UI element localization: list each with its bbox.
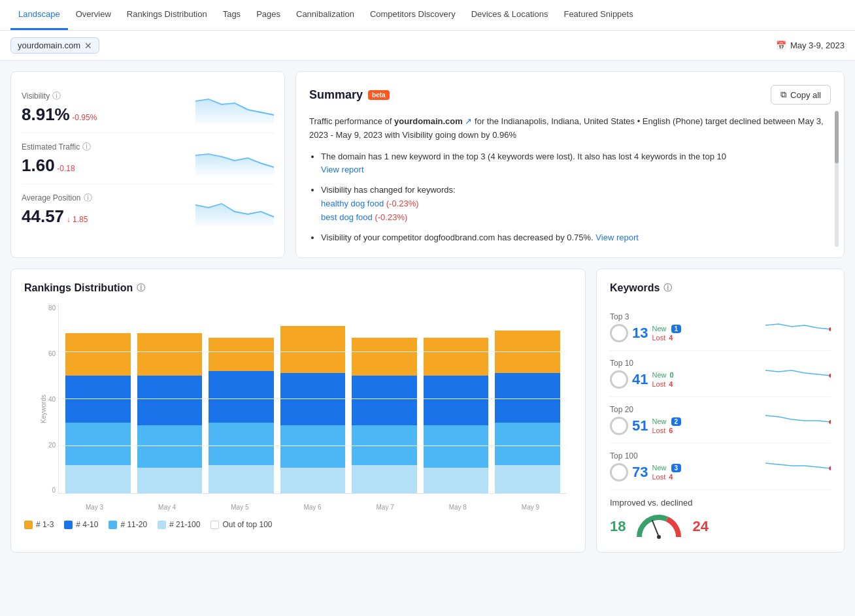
- traffic-sparkline: [195, 142, 274, 175]
- legend-1-3[interactable]: # 1-3: [24, 520, 54, 529]
- metric-visibility: Visibility ⓘ 8.91% -0.95%: [22, 82, 274, 133]
- chart-wrapper: Keywords 806040200: [24, 304, 572, 513]
- legend-color-4-10: [64, 521, 73, 529]
- nav-cannibalization[interactable]: Cannibalization: [288, 0, 362, 30]
- kw-top20-label: Top 20: [610, 405, 681, 414]
- beta-badge: beta: [368, 90, 390, 100]
- summary-panel: Summary beta ⧉ Copy all Traffic performa…: [295, 71, 845, 258]
- main-nav: Landscape Overview Rankings Distribution…: [0, 0, 855, 31]
- kw-row-top100: Top 100 73 New 3 Lost 4: [610, 444, 831, 490]
- nav-devices-locations[interactable]: Devices & Locations: [463, 0, 556, 30]
- rankings-title: Rankings Distribution ⓘ: [24, 282, 572, 294]
- kw-top20-lost: Lost 6: [652, 427, 681, 434]
- kw-top20-count-row: 51 New 2 Lost 6: [610, 417, 681, 435]
- metric-visibility-label: Visibility ⓘ: [22, 90, 97, 102]
- main-content: Visibility ⓘ 8.91% -0.95%: [0, 61, 855, 563]
- kw-top20-sparkline: [765, 410, 831, 430]
- bars-container: [58, 304, 567, 494]
- chart-legend: # 1-3 # 4-10 # 11-20 # 21-100 Out of top…: [24, 520, 572, 529]
- info-icon-3[interactable]: ⓘ: [84, 192, 92, 204]
- kw-top20-circle: [610, 417, 628, 435]
- metric-position-value: 44.57 ↓ 1.85: [22, 206, 92, 227]
- metric-traffic-info: Estimated Traffic ⓘ 1.60 -0.18: [22, 141, 91, 176]
- kw-top10-sparkline: [765, 364, 831, 383]
- kw-top20-new-lost: New 2 Lost 6: [652, 417, 681, 434]
- kw-top100-label: Top 100: [610, 451, 681, 461]
- kw-top10-new-lost: New 0 Lost 4: [652, 371, 673, 388]
- keywords-info-icon[interactable]: ⓘ: [663, 282, 672, 294]
- bar-may4: [137, 304, 203, 493]
- info-icon[interactable]: ⓘ: [52, 90, 61, 102]
- kw-top3-left: Top 3 13 New 1 Lost 4: [610, 312, 681, 342]
- nav-rankings-distribution[interactable]: Rankings Distribution: [119, 0, 215, 30]
- kw-top3-lost: Lost 4: [652, 334, 681, 342]
- kw-row-top10: Top 10 41 New 0 Lost 4: [610, 351, 831, 397]
- kw-top10-left: Top 10 41 New 0 Lost 4: [610, 359, 674, 389]
- bar-may3: [65, 304, 131, 493]
- kw-top100-count-row: 73 New 3 Lost 4: [610, 463, 681, 481]
- top-panels: Visibility ⓘ 8.91% -0.95%: [10, 71, 845, 258]
- nav-featured-snippets[interactable]: Featured Snippets: [556, 0, 641, 30]
- svg-point-5: [657, 535, 661, 539]
- view-report-link-1[interactable]: View report: [321, 165, 364, 174]
- legend-21-100[interactable]: # 21-100: [158, 520, 200, 529]
- svg-point-1: [829, 374, 831, 378]
- scroll-thumb: [835, 111, 839, 163]
- date-range-label: May 3-9, 2023: [790, 41, 845, 50]
- kw-top100-count: 73: [632, 464, 648, 481]
- bar-may5: [209, 304, 274, 493]
- legend-color-out: [210, 521, 219, 529]
- metric-position-info: Average Position ⓘ 44.57 ↓ 1.85: [22, 192, 92, 227]
- x-labels: May 3May 4May 5May 6May 7May 8May 9: [58, 504, 567, 511]
- legend-color-11-20: [109, 521, 117, 529]
- kw-top20-left: Top 20 51 New 2 Lost 6: [610, 405, 681, 435]
- legend-out-top100[interactable]: Out of top 100: [210, 520, 272, 529]
- kw-top3-label: Top 3: [610, 312, 681, 321]
- bar-may6: [280, 304, 346, 493]
- metric-visibility-info: Visibility ⓘ 8.91% -0.95%: [22, 90, 97, 125]
- keyword1-link[interactable]: healthy dog food: [321, 199, 384, 208]
- domain-filter: yourdomain.com ✕: [10, 37, 99, 54]
- kw-top3-sparkline: [765, 317, 831, 337]
- svg-point-2: [829, 420, 831, 424]
- declined-count: 24: [692, 518, 708, 535]
- scroll-indicator: [835, 111, 839, 247]
- summary-body: Traffic performance of yourdomain.com ↗ …: [309, 115, 831, 244]
- bar-may9: [495, 304, 560, 493]
- rankings-panel: Rankings Distribution ⓘ Keywords 8060402…: [10, 268, 586, 553]
- kw-row-top3: Top 3 13 New 1 Lost 4: [610, 304, 831, 351]
- rankings-info-icon[interactable]: ⓘ: [137, 282, 145, 294]
- info-icon-2[interactable]: ⓘ: [82, 141, 91, 153]
- keywords-title: Keywords ⓘ: [610, 282, 831, 294]
- view-report-link-2[interactable]: View report: [595, 233, 639, 242]
- kw-top100-new-lost: New 3 Lost 4: [652, 464, 681, 481]
- nav-tags[interactable]: Tags: [215, 0, 248, 30]
- bottom-panels: Rankings Distribution ⓘ Keywords 8060402…: [10, 268, 845, 553]
- kw-top3-new: New 1: [652, 325, 681, 332]
- domain-close-button[interactable]: ✕: [84, 41, 92, 50]
- svg-line-4: [652, 521, 659, 537]
- metric-traffic-value: 1.60 -0.18: [22, 155, 91, 176]
- legend-4-10[interactable]: # 4-10: [64, 520, 98, 529]
- improved-declined-section: Improved vs. declined 18 24: [610, 490, 831, 539]
- nav-landscape[interactable]: Landscape: [10, 0, 68, 30]
- kw-top10-count: 41: [632, 371, 648, 388]
- nav-pages[interactable]: Pages: [248, 0, 288, 30]
- legend-11-20[interactable]: # 11-20: [109, 520, 147, 529]
- kw-top100-lost: Lost 4: [652, 473, 681, 481]
- kw-top3-count: 13: [632, 325, 648, 342]
- calendar-icon: 📅: [776, 41, 786, 50]
- kw-top10-new: New 0: [652, 371, 673, 379]
- summary-bullet-2: Visibility has changed for keywords: hea…: [321, 184, 831, 224]
- chart-area: Keywords 806040200: [35, 304, 572, 513]
- nav-competitors-discovery[interactable]: Competitors Discovery: [362, 0, 463, 30]
- toolbar: yourdomain.com ✕ 📅 May 3-9, 2023: [0, 31, 855, 61]
- legend-color-1-3: [24, 521, 33, 529]
- nav-overview[interactable]: Overview: [68, 0, 119, 30]
- metric-position-label: Average Position ⓘ: [22, 192, 92, 204]
- domain-link[interactable]: ↗: [465, 116, 472, 126]
- keyword2-link[interactable]: best dog food: [321, 212, 373, 222]
- svg-point-3: [829, 466, 831, 470]
- copy-all-button[interactable]: ⧉ Copy all: [771, 85, 831, 105]
- kw-top100-left: Top 100 73 New 3 Lost 4: [610, 451, 681, 481]
